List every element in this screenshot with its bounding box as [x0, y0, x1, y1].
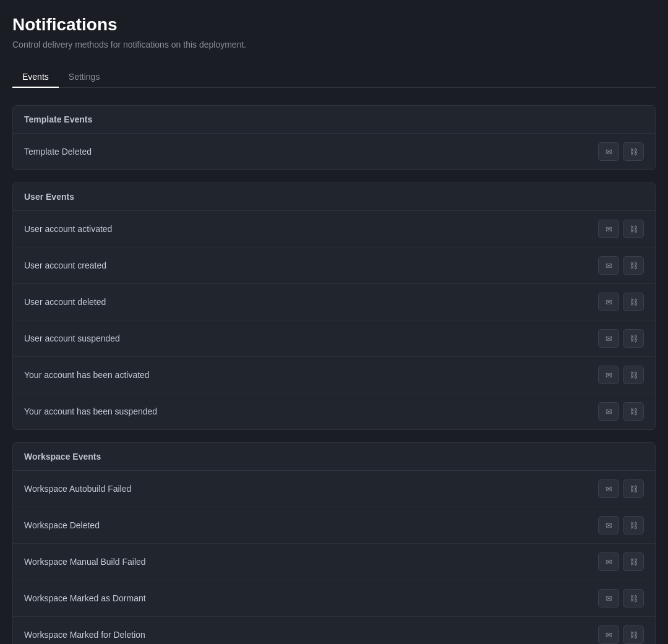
webhook-icon: ⛓: [630, 334, 638, 343]
event-row-workspace-marked-dormant: Workspace Marked as Dormant✉⛓: [13, 580, 655, 617]
webhook-button-user-account-deleted[interactable]: ⛓: [623, 293, 644, 311]
mail-icon: ✉: [606, 521, 612, 530]
event-label-workspace-autobuild-failed: Workspace Autobuild Failed: [24, 484, 131, 494]
event-row-your-account-activated: Your account has been activated✉⛓: [13, 357, 655, 393]
section-header-template-events: Template Events: [13, 106, 655, 134]
event-label-your-account-activated: Your account has been activated: [24, 370, 150, 380]
webhook-button-your-account-activated[interactable]: ⛓: [623, 366, 644, 384]
webhook-button-workspace-marked-deletion[interactable]: ⛓: [623, 625, 644, 644]
mail-button-user-account-created[interactable]: ✉: [598, 256, 619, 275]
mail-icon: ✉: [606, 225, 612, 234]
webhook-button-workspace-deleted[interactable]: ⛓: [623, 516, 644, 535]
webhook-icon: ⛓: [630, 298, 638, 307]
mail-icon: ✉: [606, 407, 612, 416]
mail-icon: ✉: [606, 298, 612, 307]
webhook-button-workspace-autobuild-failed[interactable]: ⛓: [623, 479, 644, 498]
event-row-your-account-suspended: Your account has been suspended✉⛓: [13, 393, 655, 429]
event-row-template-deleted: Template Deleted✉⛓: [13, 134, 655, 170]
mail-button-workspace-deleted[interactable]: ✉: [598, 516, 619, 535]
event-actions-workspace-marked-dormant: ✉⛓: [598, 589, 644, 608]
webhook-button-user-account-suspended[interactable]: ⛓: [623, 329, 644, 348]
event-row-user-account-created: User account created✉⛓: [13, 247, 655, 284]
webhook-icon: ⛓: [630, 407, 638, 416]
webhook-icon: ⛓: [630, 521, 638, 530]
event-row-user-account-activated: User account activated✉⛓: [13, 211, 655, 247]
webhook-icon: ⛓: [630, 261, 638, 270]
webhook-button-workspace-marked-dormant[interactable]: ⛓: [623, 589, 644, 608]
mail-button-template-deleted[interactable]: ✉: [598, 142, 619, 161]
event-label-your-account-suspended: Your account has been suspended: [24, 406, 157, 416]
event-actions-your-account-activated: ✉⛓: [598, 366, 644, 384]
mail-button-workspace-manual-build-failed[interactable]: ✉: [598, 552, 619, 571]
event-row-user-account-suspended: User account suspended✉⛓: [13, 320, 655, 357]
webhook-icon: ⛓: [630, 594, 638, 603]
webhook-icon: ⛓: [630, 225, 638, 234]
section-template-events: Template EventsTemplate Deleted✉⛓: [12, 105, 656, 170]
mail-icon: ✉: [606, 594, 612, 603]
event-label-workspace-deleted: Workspace Deleted: [24, 520, 100, 530]
section-user-events: User EventsUser account activated✉⛓User …: [12, 182, 656, 430]
event-actions-workspace-manual-build-failed: ✉⛓: [598, 552, 644, 571]
mail-button-your-account-activated[interactable]: ✉: [598, 366, 619, 384]
event-actions-user-account-suspended: ✉⛓: [598, 329, 644, 348]
section-header-user-events: User Events: [13, 183, 655, 211]
event-label-workspace-marked-dormant: Workspace Marked as Dormant: [24, 593, 146, 603]
mail-icon: ✉: [606, 557, 612, 567]
webhook-icon: ⛓: [630, 484, 638, 494]
mail-icon: ✉: [606, 147, 612, 157]
event-actions-user-account-deleted: ✉⛓: [598, 293, 644, 311]
event-row-workspace-manual-build-failed: Workspace Manual Build Failed✉⛓: [13, 544, 655, 580]
webhook-icon: ⛓: [630, 147, 638, 157]
mail-button-workspace-marked-deletion[interactable]: ✉: [598, 625, 619, 644]
page-title: Notifications: [12, 15, 656, 35]
webhook-icon: ⛓: [630, 630, 638, 640]
event-actions-user-account-created: ✉⛓: [598, 256, 644, 275]
event-actions-workspace-deleted: ✉⛓: [598, 516, 644, 535]
tab-events[interactable]: Events: [12, 67, 59, 88]
webhook-button-your-account-suspended[interactable]: ⛓: [623, 402, 644, 421]
event-row-workspace-deleted: Workspace Deleted✉⛓: [13, 507, 655, 544]
event-actions-workspace-autobuild-failed: ✉⛓: [598, 479, 644, 498]
tab-settings[interactable]: Settings: [59, 67, 110, 88]
event-row-workspace-autobuild-failed: Workspace Autobuild Failed✉⛓: [13, 471, 655, 507]
event-label-user-account-deleted: User account deleted: [24, 297, 106, 307]
webhook-button-user-account-created[interactable]: ⛓: [623, 256, 644, 275]
section-workspace-events: Workspace EventsWorkspace Autobuild Fail…: [12, 442, 656, 644]
mail-icon: ✉: [606, 484, 612, 494]
event-label-user-account-created: User account created: [24, 260, 106, 270]
mail-icon: ✉: [606, 261, 612, 270]
tab-bar: Events Settings: [12, 67, 656, 88]
webhook-icon: ⛓: [630, 557, 638, 567]
mail-button-workspace-autobuild-failed[interactable]: ✉: [598, 479, 619, 498]
event-row-workspace-marked-deletion: Workspace Marked for Deletion✉⛓: [13, 617, 655, 644]
webhook-button-template-deleted[interactable]: ⛓: [623, 142, 644, 161]
mail-icon: ✉: [606, 371, 612, 380]
mail-icon: ✉: [606, 334, 612, 343]
webhook-icon: ⛓: [630, 371, 638, 380]
event-actions-template-deleted: ✉⛓: [598, 142, 644, 161]
event-label-user-account-activated: User account activated: [24, 224, 112, 234]
mail-button-workspace-marked-dormant[interactable]: ✉: [598, 589, 619, 608]
event-row-user-account-deleted: User account deleted✉⛓: [13, 284, 655, 320]
mail-button-user-account-suspended[interactable]: ✉: [598, 329, 619, 348]
mail-button-user-account-deleted[interactable]: ✉: [598, 293, 619, 311]
sections-container: Template EventsTemplate Deleted✉⛓User Ev…: [12, 105, 656, 644]
mail-button-your-account-suspended[interactable]: ✉: [598, 402, 619, 421]
page-subtitle: Control delivery methods for notificatio…: [12, 40, 656, 49]
event-label-template-deleted: Template Deleted: [24, 147, 92, 157]
event-actions-workspace-marked-deletion: ✉⛓: [598, 625, 644, 644]
event-label-user-account-suspended: User account suspended: [24, 333, 120, 343]
event-actions-your-account-suspended: ✉⛓: [598, 402, 644, 421]
mail-icon: ✉: [606, 630, 612, 640]
event-label-workspace-marked-deletion: Workspace Marked for Deletion: [24, 630, 145, 640]
webhook-button-user-account-activated[interactable]: ⛓: [623, 220, 644, 238]
event-label-workspace-manual-build-failed: Workspace Manual Build Failed: [24, 557, 146, 567]
event-actions-user-account-activated: ✉⛓: [598, 220, 644, 238]
webhook-button-workspace-manual-build-failed[interactable]: ⛓: [623, 552, 644, 571]
mail-button-user-account-activated[interactable]: ✉: [598, 220, 619, 238]
section-header-workspace-events: Workspace Events: [13, 443, 655, 471]
